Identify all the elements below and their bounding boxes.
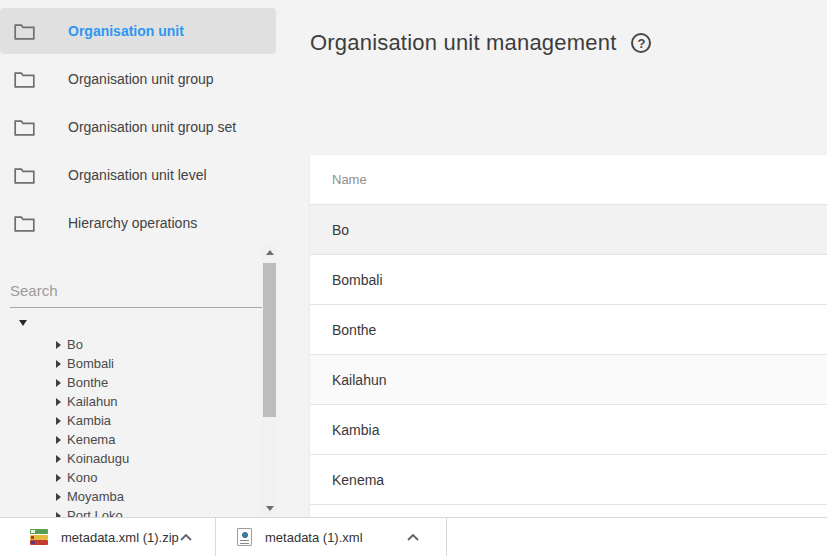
- sidebar-item-organisation-unit[interactable]: Organisation unit: [0, 8, 276, 54]
- triangle-right-icon: [56, 398, 61, 406]
- tree-scrollbar[interactable]: [262, 245, 277, 516]
- triangle-right-icon: [56, 379, 61, 387]
- table-row-kailahun[interactable]: Kailahun: [310, 355, 827, 405]
- page-header: Organisation unit management ?: [310, 30, 651, 56]
- sidebar-item-label: Organisation unit level: [68, 167, 207, 183]
- sidebar-item-organisation-unit-group-set[interactable]: Organisation unit group set: [0, 104, 276, 150]
- tree-search: [10, 278, 265, 308]
- triangle-right-icon: [56, 436, 61, 444]
- table-row-kenema[interactable]: Kenema: [310, 455, 827, 505]
- folder-icon: [14, 22, 36, 40]
- download-item-xml[interactable]: metadata (1).xml: [216, 518, 446, 556]
- table-body: Bo Bombali Bonthe Kailahun Kambia Kenema: [310, 205, 827, 505]
- xml-document-icon: [237, 528, 252, 546]
- scroll-up-arrow-icon[interactable]: [262, 245, 277, 260]
- scroll-down-arrow-icon[interactable]: [262, 501, 277, 516]
- tree-item-kambia[interactable]: Kambia: [56, 411, 258, 430]
- tree-item-bonthe[interactable]: Bonthe: [56, 373, 258, 392]
- chevron-up-icon[interactable]: [179, 533, 193, 542]
- sidebar-item-organisation-unit-group[interactable]: Organisation unit group: [0, 56, 276, 102]
- triangle-right-icon: [56, 455, 61, 463]
- folder-icon: [14, 166, 36, 184]
- page-title: Organisation unit management: [310, 30, 616, 56]
- triangle-right-icon: [56, 474, 61, 482]
- folder-icon: [14, 70, 36, 88]
- download-item-zip[interactable]: metadata.xml (1).zip: [0, 518, 215, 556]
- tree-item-kenema[interactable]: Kenema: [56, 430, 258, 449]
- scrollbar-thumb[interactable]: [263, 263, 276, 417]
- tree-list: Bo Bombali Bonthe Kailahun Kambia Kenema…: [0, 335, 258, 525]
- chevron-up-icon[interactable]: [406, 533, 420, 542]
- sidebar-item-hierarchy-operations[interactable]: Hierarchy operations: [0, 200, 276, 246]
- downloads-bar: metadata.xml (1).zip metadata (1).xml: [0, 517, 827, 556]
- divider: [446, 518, 447, 556]
- folder-icon: [14, 214, 36, 232]
- tree-item-bombali[interactable]: Bombali: [56, 354, 258, 373]
- sidebar: Organisation unit Organisation unit grou…: [0, 0, 276, 556]
- download-filename: metadata (1).xml: [265, 530, 363, 545]
- sidebar-item-label: Hierarchy operations: [68, 215, 197, 231]
- sidebar-item-label: Organisation unit: [68, 23, 184, 39]
- download-filename: metadata.xml (1).zip: [61, 530, 179, 545]
- triangle-right-icon: [56, 417, 61, 425]
- tree-item-koinadugu[interactable]: Koinadugu: [56, 449, 258, 468]
- tree-root-toggle[interactable]: [0, 314, 258, 332]
- sidebar-item-label: Organisation unit group set: [68, 119, 236, 135]
- tree-item-kono[interactable]: Kono: [56, 468, 258, 487]
- sidebar-item-label: Organisation unit group: [68, 71, 214, 87]
- folder-icon: [14, 118, 36, 136]
- table-row-bombali[interactable]: Bombali: [310, 255, 827, 305]
- tree-item-moyamba[interactable]: Moyamba: [56, 487, 258, 506]
- table-header-row: Name: [310, 155, 827, 205]
- tree-item-bo[interactable]: Bo: [56, 335, 258, 354]
- sidebar-item-organisation-unit-level[interactable]: Organisation unit level: [0, 152, 276, 198]
- zip-archive-icon: [30, 529, 48, 545]
- table-row-kambia[interactable]: Kambia: [310, 405, 827, 455]
- org-unit-table: Name Bo Bombali Bonthe Kailahun Kambia K…: [310, 155, 827, 517]
- triangle-right-icon: [56, 341, 61, 349]
- triangle-right-icon: [56, 493, 61, 501]
- triangle-right-icon: [56, 360, 61, 368]
- sidebar-menu: Organisation unit Organisation unit grou…: [0, 0, 276, 246]
- table-row-bo[interactable]: Bo: [310, 205, 827, 255]
- column-header-name: Name: [332, 172, 367, 187]
- help-icon[interactable]: ?: [631, 33, 651, 53]
- triangle-down-icon: [19, 320, 27, 326]
- table-row-bonthe[interactable]: Bonthe: [310, 305, 827, 355]
- search-input[interactable]: [10, 278, 265, 308]
- tree-item-kailahun[interactable]: Kailahun: [56, 392, 258, 411]
